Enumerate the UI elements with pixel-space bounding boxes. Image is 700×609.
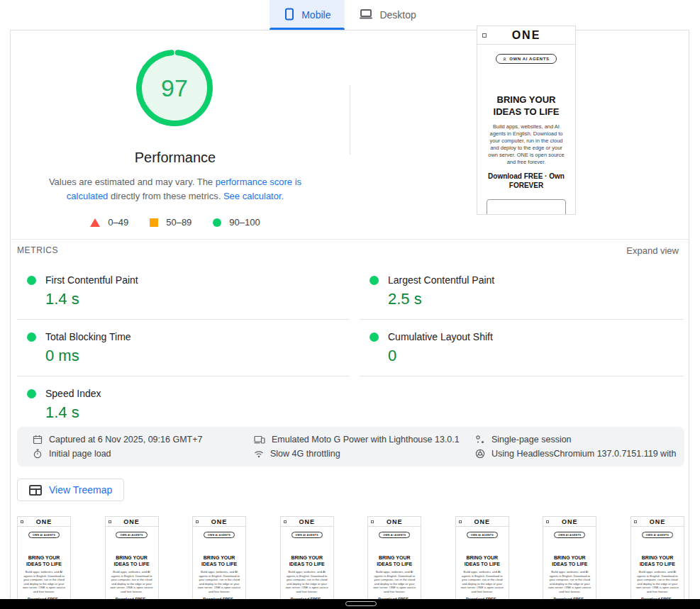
filmstrip: ONE OWN AI AGENTS BRING YOUR IDEAS TO LI… [17, 516, 684, 599]
page-load-label: Initial page load [49, 449, 111, 459]
mobile-phone-icon [284, 8, 295, 23]
bottom-pill-button [345, 601, 377, 606]
metric-value: 1.4 s [45, 403, 350, 422]
site-logo: ONE [459, 518, 506, 525]
browser-engine-info[interactable]: Using HeadlessChromium 137.0.7151.119 wi… [475, 449, 679, 459]
badge-label: OWN AI AGENTS [646, 534, 669, 537]
pass-dot-icon [27, 389, 36, 398]
site-body-text: Build apps, websites, and AI agents in E… [631, 570, 684, 594]
metrics-column-right: Largest Contentful Paint 2.5 s Cumulativ… [360, 263, 684, 376]
own-ai-agents-badge: OWN AI AGENTS [554, 532, 585, 538]
pass-dot-icon [370, 333, 379, 342]
runtime-settings-strip: Captured at 6 Nov 2025, 09:16 GMT+7 Init… [17, 427, 684, 466]
tab-desktop[interactable]: Desktop [345, 0, 430, 30]
disclaimer-text-1: Values are estimated and may vary. The [49, 177, 216, 187]
download-card [487, 199, 566, 215]
metric-name: First Contentful Paint [45, 274, 138, 286]
desktop-laptop-icon [359, 9, 373, 22]
site-heading: BRING YOUR IDEAS TO LIFE [281, 554, 333, 567]
own-ai-agents-badge: OWN AI AGENTS [204, 532, 235, 538]
pass-circle-icon [213, 218, 221, 227]
site-logo: ONE [196, 518, 243, 525]
own-ai-agents-badge: OWN AI AGENTS [496, 54, 556, 64]
metric-cumulative-layout-shift: Cumulative Layout Shift 0 [360, 320, 684, 376]
own-ai-agents-badge: OWN AI AGENTS [291, 532, 323, 538]
site-logo: ONE [109, 518, 155, 525]
filmstrip-thumbnail: ONE OWN AI AGENTS BRING YOUR IDEAS TO LI… [455, 516, 509, 599]
screenshot-header: ONE [18, 517, 70, 527]
view-treemap-button[interactable]: View Treemap [17, 479, 124, 501]
badge-label: OWN AI AGENTS [296, 534, 318, 537]
site-body-text: Build apps, websites, and AI agents in E… [193, 570, 245, 594]
metric-total-blocking-time: Total Blocking Time 0 ms [17, 320, 350, 376]
expand-view-link[interactable]: Expand view [626, 245, 679, 256]
site-logo: ONE [482, 29, 570, 42]
emulation-info[interactable]: Emulated Moto G Power with Lighthouse 13… [254, 435, 475, 445]
device-tabbar: Mobile Desktop [0, 0, 700, 30]
fail-triangle-icon [90, 218, 100, 227]
page-load-type: Initial page load [33, 449, 254, 459]
performance-gauge[interactable]: 97 [133, 47, 216, 129]
network-signal-icon [254, 449, 264, 459]
captured-at: Captured at 6 Nov 2025, 09:16 GMT+7 [33, 435, 254, 445]
legend-fail-label: 0–49 [108, 217, 128, 228]
disclaimer-text-2: directly from these metrics. [108, 191, 223, 201]
captured-at-label: Captured at 6 Nov 2025, 09:16 GMT+7 [49, 435, 202, 445]
metric-first-contentful-paint: First Contentful Paint 1.4 s [17, 263, 350, 320]
stopwatch-icon [33, 449, 43, 459]
site-cta-text: Download FREE · Own FOREVER [477, 172, 575, 190]
site-body-text: Build apps, websites, and AI agents in E… [18, 570, 70, 594]
legend-pass: 90–100 [213, 217, 260, 228]
metric-value: 2.5 s [388, 290, 684, 308]
tab-mobile[interactable]: Mobile [270, 0, 345, 30]
metric-value: 0 ms [45, 347, 350, 365]
chromium-icon [475, 449, 485, 459]
pass-dot-icon [27, 333, 36, 342]
site-heading: BRING YOUR IDEAS TO LIFE [106, 554, 158, 567]
tab-mobile-label: Mobile [301, 9, 330, 21]
metrics-column-left: First Contentful Paint 1.4 s Total Block… [17, 263, 350, 432]
site-logo: ONE [371, 518, 418, 525]
filmstrip-thumbnail: ONE OWN AI AGENTS BRING YOUR IDEAS TO LI… [17, 516, 71, 599]
calendar-icon [33, 435, 43, 445]
filmstrip-thumbnail: ONE OWN AI AGENTS BRING YOUR IDEAS TO LI… [630, 516, 684, 599]
pass-dot-icon [370, 276, 379, 285]
site-heading: BRING YOUR IDEAS TO LIFE [368, 554, 421, 567]
download-icon [499, 213, 506, 215]
score-legend: 0–49 50–89 90–100 [45, 217, 306, 228]
site-heading: BRING YOUR IDEAS TO LIFE [543, 554, 596, 567]
page-screenshot[interactable]: ONE OWN AI AGENTS BRING YOUR IDEAS TO LI… [477, 26, 576, 215]
emulation-label: Emulated Moto G Power with Lighthouse 13… [272, 435, 460, 445]
throttling-label: Slow 4G throttling [270, 449, 340, 459]
screenshot-header: ONE [456, 517, 509, 527]
badge-label: OWN AI AGENTS [208, 534, 230, 537]
treemap-icon [29, 485, 42, 496]
badge-label: OWN AI AGENTS [383, 534, 406, 537]
badge-label: OWN AI AGENTS [558, 534, 581, 537]
metric-speed-index: Speed Index 1.4 s [17, 376, 350, 432]
site-heading: BRING YOUR IDEAS TO LIFE [193, 554, 245, 567]
see-calculator-link[interactable]: See calculator. [223, 191, 284, 201]
score-disclaimer: Values are estimated and may vary. The p… [45, 175, 306, 203]
site-logo: ONE [284, 518, 330, 525]
site-body-text: Build apps, websites, and AI agents in E… [456, 570, 509, 594]
site-body-text: Build apps, websites, and AI agents in E… [281, 570, 333, 594]
filmstrip-thumbnail: ONE OWN AI AGENTS BRING YOUR IDEAS TO LI… [367, 516, 421, 599]
screenshot-header: ONE [631, 517, 684, 527]
screenshot-header: ONE [193, 517, 245, 527]
session-info[interactable]: Single-page session [475, 435, 679, 445]
throttling-info[interactable]: Slow 4G throttling [254, 449, 475, 459]
own-ai-agents-badge: OWN AI AGENTS [379, 532, 410, 538]
legend-fail: 0–49 [90, 217, 128, 228]
badge-icon [503, 57, 506, 61]
metric-largest-contentful-paint: Largest Contentful Paint 2.5 s [360, 263, 684, 320]
filmstrip-thumbnail: ONE OWN AI AGENTS BRING YOUR IDEAS TO LI… [105, 516, 159, 599]
own-ai-agents-badge: OWN AI AGENTS [116, 532, 147, 538]
screenshot-header: ONE [477, 26, 575, 45]
view-treemap-label: View Treemap [49, 484, 112, 496]
site-logo: ONE [546, 518, 593, 525]
site-logo: ONE [634, 518, 681, 525]
session-icon [475, 435, 485, 445]
badge-label: OWN AI AGENTS [33, 534, 55, 537]
devices-icon [254, 435, 265, 445]
